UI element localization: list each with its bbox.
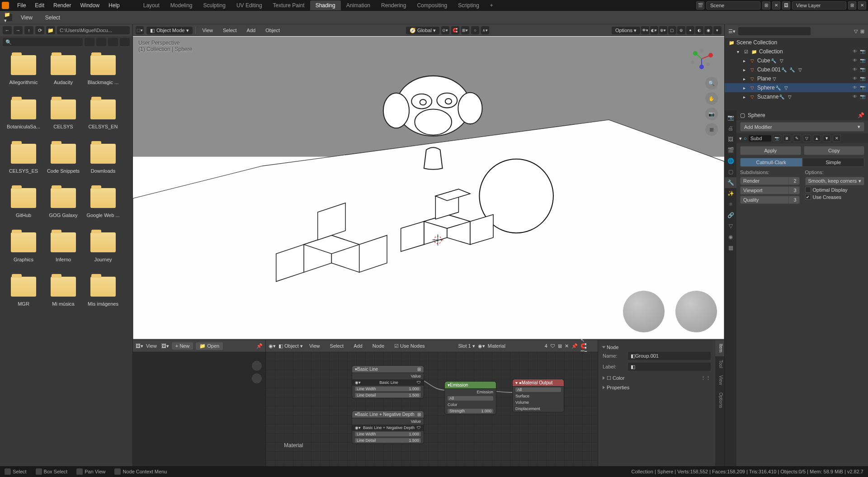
- tab-scripting[interactable]: Scripting: [453, 0, 485, 10]
- preview-sphere-2[interactable]: [675, 291, 717, 332]
- folder-item[interactable]: Graphics: [4, 229, 43, 273]
- label-input[interactable]: ◧: [628, 363, 711, 371]
- node-basic-line-negative-depth[interactable]: ▾ Basic Line + Negative Depth ⊞ Value ◉▾…: [352, 411, 424, 444]
- tab-texture-paint[interactable]: Texture Paint: [268, 0, 310, 10]
- snap-type-icon[interactable]: ⊞▾: [461, 26, 469, 34]
- options-dropdown[interactable]: Options ▾: [612, 27, 640, 34]
- image-editor-canvas[interactable]: [133, 352, 265, 466]
- sidebar-tab-item[interactable]: Item: [715, 340, 724, 356]
- tab-rendering[interactable]: Rendering: [376, 0, 411, 10]
- outliner-row-sphere[interactable]: ▸▽Sphere 🔧▽👁📷: [725, 83, 868, 92]
- prop-tab-world[interactable]: 🌐: [725, 156, 736, 166]
- proportional-icon[interactable]: ○: [471, 26, 479, 34]
- folder-item[interactable]: Blackmagic ...: [83, 52, 123, 96]
- pan-icon[interactable]: [252, 373, 262, 383]
- path-field[interactable]: C:\Users\Miguel\Docu...: [57, 26, 130, 34]
- tab-compositing[interactable]: Compositing: [411, 0, 453, 10]
- tab-add[interactable]: +: [485, 0, 499, 10]
- folder-item[interactable]: BotaniculaSa...: [4, 96, 43, 140]
- node-node-menu[interactable]: Node: [369, 342, 388, 349]
- folder-item[interactable]: Inferno: [43, 229, 83, 273]
- section-color[interactable]: ☐ Color⋮⋮: [603, 373, 711, 383]
- scene-browse-icon[interactable]: 🎬: [696, 1, 704, 9]
- orientation-selector[interactable]: 🧭 Global ▾: [406, 27, 439, 34]
- snap-icon[interactable]: 🧲: [580, 343, 587, 349]
- perspective-icon[interactable]: ▦: [705, 123, 718, 136]
- camera-icon[interactable]: 📷: [705, 108, 718, 120]
- folder-item[interactable]: Journey: [83, 229, 123, 273]
- viewport-view-menu[interactable]: View: [198, 27, 217, 34]
- nav-up-icon[interactable]: ↑: [24, 26, 33, 34]
- editor-type-icon[interactable]: 📁▾: [4, 14, 13, 22]
- node-title[interactable]: ▾ ● Material Output: [513, 379, 564, 387]
- filter-icon[interactable]: [108, 38, 118, 46]
- tab-sculpting[interactable]: Sculpting: [198, 0, 231, 10]
- navigation-gizmo[interactable]: [688, 45, 715, 72]
- prop-tab-physics[interactable]: ⚛: [725, 199, 736, 210]
- apply-button[interactable]: Apply: [740, 146, 801, 155]
- socket-input[interactable]: Color: [448, 402, 458, 407]
- prop-tab-material[interactable]: ◉: [725, 231, 736, 242]
- socket-output[interactable]: Emission: [476, 390, 493, 394]
- pin-icon[interactable]: 📌: [571, 343, 578, 349]
- prop-tab-viewlayer[interactable]: 🖼: [725, 134, 736, 145]
- prop-tab-object[interactable]: ▢: [725, 166, 736, 177]
- nav-refresh-icon[interactable]: ⟳: [35, 26, 44, 34]
- folder-item[interactable]: Mi música: [43, 273, 83, 317]
- sidebar-tab-options[interactable]: Options: [715, 389, 724, 411]
- filter-icon[interactable]: ▽: [854, 28, 858, 34]
- socket-input[interactable]: Surface: [515, 394, 529, 398]
- sidebar-tab-tool[interactable]: Tool: [715, 356, 724, 372]
- viewport-subdiv-field[interactable]: Viewport3: [740, 186, 800, 194]
- folder-item[interactable]: Allegorithmic: [4, 52, 43, 96]
- name-input[interactable]: ◧ Group.001: [628, 352, 711, 360]
- folder-item[interactable]: Google Web ...: [83, 184, 123, 229]
- section-properties[interactable]: Properties: [603, 383, 711, 392]
- tab-uv-editing[interactable]: UV Editing: [231, 0, 268, 10]
- ie-view[interactable]: View: [146, 343, 157, 349]
- outliner-row-cube[interactable]: ▸▽Cube 🔧▽👁📷: [725, 56, 868, 65]
- scene-name-field[interactable]: [706, 1, 760, 9]
- zoom-icon[interactable]: 🔍: [705, 77, 718, 90]
- pivot-icon[interactable]: ⊙▾: [441, 26, 449, 34]
- node-select-menu[interactable]: Select: [326, 342, 348, 349]
- fake-user-icon[interactable]: 🛡: [550, 343, 555, 349]
- outliner-row-plane[interactable]: ▸▽Plane ▽👁📷: [725, 74, 868, 83]
- parent-node-tree-icon[interactable]: ↖: [580, 337, 587, 343]
- menu-edit[interactable]: Edit: [30, 1, 49, 9]
- mod-editmode-icon[interactable]: ✎: [793, 135, 801, 142]
- nav-folder-icon[interactable]: 📁: [46, 26, 55, 34]
- viewport-select-menu[interactable]: Select: [219, 27, 241, 34]
- outliner-search[interactable]: [738, 27, 811, 35]
- menu-render[interactable]: Render: [49, 1, 75, 9]
- render-subdiv-field[interactable]: Render2: [740, 177, 800, 185]
- material-name-field[interactable]: [488, 343, 542, 349]
- node-add-menu[interactable]: Add: [350, 342, 366, 349]
- socket-output[interactable]: Value: [411, 419, 421, 424]
- file-grid[interactable]: Allegorithmic Audacity Blackmagic ... Bo…: [0, 48, 132, 466]
- mode-selector[interactable]: ◧ Object Mode ▾: [146, 27, 193, 34]
- new-collection-icon[interactable]: ⊞: [860, 28, 864, 34]
- viewport-object-menu[interactable]: Object: [262, 27, 283, 34]
- socket-input[interactable]: Volume: [515, 400, 529, 405]
- menu-help[interactable]: Help: [104, 1, 124, 9]
- menu-window[interactable]: Window: [75, 1, 104, 9]
- editor-type-icon[interactable]: 🖼▾: [136, 343, 143, 349]
- new-image-button[interactable]: + New: [172, 342, 193, 349]
- tab-layout[interactable]: Layout: [138, 0, 165, 10]
- prop-tab-modifiers[interactable]: 🔧: [725, 177, 736, 188]
- folder-item[interactable]: Audacity: [43, 52, 83, 96]
- add-modifier-button[interactable]: Add Modifier▾: [740, 122, 864, 132]
- mod-down-icon[interactable]: ▼: [823, 135, 831, 142]
- tab-animation[interactable]: Animation: [341, 0, 376, 10]
- delete-viewlayer-icon[interactable]: ✕: [858, 1, 866, 9]
- new-scene-icon[interactable]: ⊞: [762, 1, 770, 9]
- delete-scene-icon[interactable]: ✕: [772, 1, 780, 9]
- folder-item[interactable]: GOG Galaxy: [43, 184, 83, 229]
- nav-forward-icon[interactable]: →: [14, 26, 23, 34]
- socket-output[interactable]: Value: [411, 374, 421, 378]
- zoom-icon[interactable]: [252, 361, 262, 371]
- outliner-row-cube001[interactable]: ▸▽Cube.001 🔧🔧▽👁📷: [725, 65, 868, 74]
- search-input[interactable]: 🔍: [3, 38, 83, 46]
- copy-button[interactable]: Copy: [804, 146, 865, 155]
